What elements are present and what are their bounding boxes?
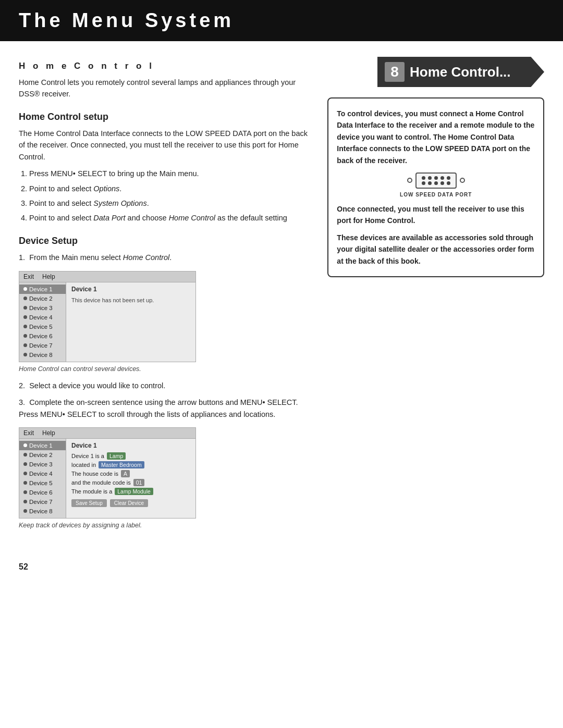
ss2-tag-lamp: Lamp: [107, 452, 126, 460]
page-title: The Menu System: [19, 9, 544, 32]
screenshot-1-body: Device 1 Device 2 Device 3 Device 4 Devi…: [19, 282, 195, 362]
ss2-label-1: Device 1 is a: [71, 453, 104, 459]
home-control-badge: 8 Home Control...: [377, 57, 544, 87]
data-port-diagram: LOW SPEED DATA PORT: [337, 172, 535, 199]
ss1-main-title: Device 1: [71, 286, 190, 293]
port-body: [415, 172, 457, 189]
ss2-row-5: The module is a Lamp Module: [71, 488, 190, 495]
screenshot-2: Exit Help Device 1 Device 2 Device 3 Dev…: [19, 427, 196, 519]
badge-number: 8: [385, 62, 405, 82]
port-dot-9: [440, 181, 444, 185]
menu-help-1: Help: [42, 273, 55, 280]
port-circle-right: [460, 178, 465, 183]
port-dot-1: [422, 176, 425, 180]
page-number: 52: [0, 557, 563, 582]
port-dot-7: [428, 181, 432, 185]
port-dot-6: [422, 181, 425, 185]
ss-device-7: Device 7: [19, 341, 66, 350]
ss2-tag-module-type: Lamp Module: [115, 488, 153, 495]
port-dot-5: [447, 176, 450, 180]
port-dot-3: [434, 176, 438, 180]
screenshot-1-menubar: Exit Help: [19, 272, 195, 282]
port-dot-4: [440, 176, 444, 180]
ss2-tag-house-code: A: [121, 470, 130, 477]
left-column: H o m e C o n t r o l Home Control lets …: [19, 57, 312, 536]
ss2-label-3: The house code is: [71, 471, 118, 477]
setup-intro: The Home Control Data Interface connects…: [19, 128, 312, 163]
device-setup-step3: 3. Complete the on-screen sentence using…: [19, 397, 312, 420]
menu-exit-1: Exit: [23, 273, 34, 280]
ss2-device-1-active: Device 1: [19, 441, 66, 450]
setup-steps-list: Press MENU• SELECT to bring up the Main …: [29, 168, 312, 224]
home-control-intro: Home Control lets you remotely control s…: [19, 77, 312, 100]
ss-device-2: Device 2: [19, 294, 66, 303]
ss2-tag-module-code: 01: [133, 479, 145, 486]
screenshot-2-sidebar: Device 1 Device 2 Device 3 Device 4 Devi…: [19, 439, 66, 518]
ss2-label-4: and the module code is: [71, 479, 131, 486]
screenshot-2-caption: Keep track of devices by assigning a lab…: [19, 522, 312, 529]
port-circle-left: [407, 178, 412, 183]
device-setup-heading: Device Setup: [19, 236, 312, 246]
port-dot-10: [447, 181, 450, 185]
ss2-save-btn[interactable]: Save Setup: [71, 499, 107, 507]
port-shape: [407, 172, 465, 189]
ss2-label-5: The module is a: [71, 488, 112, 495]
ss2-device-6: Device 6: [19, 488, 66, 497]
ss2-row-4: and the module code is 01: [71, 479, 190, 486]
screenshot-1: Exit Help Device 1 Device 2 Device 3 Dev…: [19, 271, 196, 362]
ss2-row-3: The house code is A: [71, 470, 190, 477]
info-box: To control devices, you must connect a H…: [327, 97, 544, 277]
ss-device-6: Device 6: [19, 331, 66, 341]
ss-device-4: Device 4: [19, 313, 66, 322]
setup-step-4: Point to and select Data Port and choose…: [29, 212, 312, 224]
badge-text: Home Control...: [410, 64, 511, 80]
info-para-2: Once connected, you must tell the receiv…: [337, 203, 535, 227]
ss2-device-8: Device 8: [19, 507, 66, 516]
info-para-1: To control devices, you must connect a H…: [337, 108, 535, 166]
screenshot-2-body: Device 1 Device 2 Device 3 Device 4 Devi…: [19, 439, 195, 518]
ss-device-1-active: Device 1: [19, 285, 66, 294]
ss1-main-text: This device has not been set up.: [71, 296, 190, 305]
setup-step-1: Press MENU• SELECT to bring up the Main …: [29, 168, 312, 180]
menu-help-2: Help: [42, 429, 55, 437]
ss2-device-3: Device 3: [19, 460, 66, 469]
device-setup-step1: 1. From the Main menu select Home Contro…: [19, 252, 312, 263]
ss-device-8: Device 8: [19, 350, 66, 360]
device-setup-step2: 2. Select a device you would like to con…: [19, 380, 312, 391]
home-control-setup-heading: Home Control setup: [19, 112, 312, 122]
screenshot-2-menubar: Exit Help: [19, 428, 195, 439]
port-dots-row-1: [422, 176, 450, 180]
ss2-btn-row: Save Setup Clear Device: [71, 499, 190, 507]
ss2-label-2: located in: [71, 462, 96, 468]
ss2-row-2: located in Master Bedroom: [71, 461, 190, 468]
home-control-heading: H o m e C o n t r o l: [19, 61, 312, 71]
port-label: LOW SPEED DATA PORT: [400, 191, 472, 199]
ss2-row-1: Device 1 is a Lamp: [71, 452, 190, 460]
port-dot-8: [434, 181, 438, 185]
ss2-device-5: Device 5: [19, 478, 66, 488]
setup-step-3: Point to and select System Options.: [29, 198, 312, 209]
setup-step-2: Point to and select Options.: [29, 183, 312, 195]
screenshot-1-main: Device 1 This device has not been set up…: [66, 282, 195, 362]
title-bar: The Menu System: [0, 0, 563, 41]
ss2-device-2: Device 2: [19, 450, 66, 460]
ss-device-5: Device 5: [19, 322, 66, 331]
screenshot-1-sidebar: Device 1 Device 2 Device 3 Device 4 Devi…: [19, 282, 66, 362]
ss2-clear-btn[interactable]: Clear Device: [110, 499, 148, 507]
ss2-tag-location: Master Bedroom: [99, 461, 144, 468]
screenshot-1-caption: Home Control can control several devices…: [19, 365, 312, 373]
ss-device-3: Device 3: [19, 303, 66, 313]
screenshot-2-main: Device 1 Device 1 is a Lamp located in M…: [66, 439, 195, 518]
info-para-3: These devices are available as accessori…: [337, 232, 535, 267]
port-dot-2: [428, 176, 432, 180]
ss2-main-title: Device 1: [71, 442, 190, 449]
right-column: 8 Home Control... To control devices, yo…: [327, 57, 544, 536]
content-wrapper: H o m e C o n t r o l Home Control lets …: [0, 57, 563, 557]
ss2-device-4: Device 4: [19, 469, 66, 478]
port-dots-row-2: [422, 181, 450, 185]
ss2-device-7: Device 7: [19, 497, 66, 507]
menu-exit-2: Exit: [23, 429, 34, 437]
